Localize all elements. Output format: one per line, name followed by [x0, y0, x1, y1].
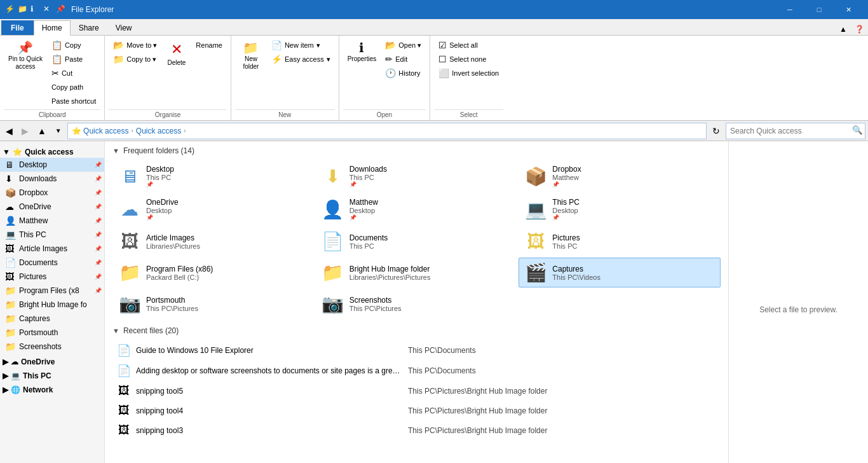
sidebar-item-desktop[interactable]: 🖥 Desktop 📌	[0, 158, 104, 172]
file-item-5[interactable]: 🖼 snipping tool3 This PC\Pictures\Bright…	[112, 420, 721, 440]
thispc-section-header[interactable]: ▶ 💻 This PC	[0, 368, 104, 382]
delete-button[interactable]: ✕ Delete	[161, 38, 191, 69]
folder-item-brighthub[interactable]: 📁 Bright Hub Image folder Libraries\Pict…	[316, 258, 518, 287]
history-button[interactable]: 🕐 History	[381, 66, 426, 80]
brighthub-icon: 📁	[5, 300, 17, 310]
edit-button[interactable]: ✏ Edit	[381, 52, 426, 66]
tab-share[interactable]: Share	[71, 20, 107, 35]
breadcrumb[interactable]: ⭐ Quick access › Quick access ›	[67, 123, 707, 139]
sidebar-item-matthew[interactable]: 👤 Matthew 📌	[0, 214, 104, 228]
documents-icon: 📄	[5, 258, 17, 268]
onedrive-section-header[interactable]: ▶ ☁ OneDrive	[0, 354, 104, 368]
thispc-chevron: ▶	[3, 371, 8, 380]
file-item-2[interactable]: 📄 Adding desktop or software screenshots…	[112, 361, 721, 381]
sidebar-item-downloads[interactable]: ⬇ Downloads 📌	[0, 172, 104, 186]
network-section-header[interactable]: ▶ 🌐 Network	[0, 382, 104, 396]
ribbon-collapse-button[interactable]: ▲	[836, 24, 851, 35]
portsmouth-folder-path: This PC\Pictures	[146, 305, 198, 312]
folder-item-matthew[interactable]: 👤 Matthew Desktop 📌	[316, 193, 518, 225]
sidebar-item-dropbox[interactable]: 📦 Dropbox 📌	[0, 186, 104, 200]
new-item-button[interactable]: 📄 New item ▾	[267, 38, 335, 52]
folder-item-screenshots[interactable]: 📷 Screenshots This PC\Pictures	[316, 289, 518, 319]
folder-item-thispc[interactable]: 💻 This PC Desktop 📌	[519, 193, 721, 225]
folder-item-articleimages[interactable]: 🖼 Article Images Libraries\Pictures	[112, 226, 315, 256]
open-button[interactable]: 📂 Open ▾	[381, 38, 426, 52]
copy-to-button[interactable]: 📁 Copy to ▾	[109, 52, 161, 66]
file-name-3: snipping tool5	[136, 387, 403, 396]
recent-files-title: Recent files (20)	[123, 326, 179, 335]
folder-item-downloads[interactable]: ⬇ Downloads This PC 📌	[316, 160, 518, 192]
new-item-icon: 📄	[271, 40, 282, 50]
sidebar-item-brighthub[interactable]: 📁 Bright Hub Image fo	[0, 298, 104, 312]
quick-access-header[interactable]: ▼ ⭐ Quick access	[0, 144, 104, 158]
paste-shortcut-button[interactable]: Paste shortcut	[47, 94, 100, 108]
folder-item-programfiles[interactable]: 📁 Program Files (x86) Packard Bell (C:)	[112, 258, 315, 287]
properties-button[interactable]: ℹ Properties	[343, 38, 381, 66]
refresh-button[interactable]: ↻	[709, 124, 723, 138]
sidebar-item-onedrive[interactable]: ☁ OneDrive 📌	[0, 200, 104, 214]
invert-icon: ⬜	[438, 68, 449, 78]
sidebar-item-programfiles[interactable]: 📁 Program Files (x8 📌	[0, 284, 104, 298]
file-item-3[interactable]: 🖼 snipping tool5 This PC\Pictures\Bright…	[112, 381, 721, 401]
back-button[interactable]: ◀	[3, 124, 16, 138]
copy-path-button[interactable]: Copy path	[47, 80, 100, 94]
file-item-4[interactable]: 🖼 snipping tool4 This PC\Pictures\Bright…	[112, 401, 721, 420]
copy-button[interactable]: 📋 Copy	[47, 38, 100, 52]
tab-file[interactable]: File	[1, 20, 34, 35]
folder-item-captures[interactable]: 🎬 Captures This PC\Videos	[519, 258, 721, 287]
recent-button[interactable]: ▼	[52, 125, 65, 136]
folder-item-documents[interactable]: 📄 Documents This PC	[316, 226, 518, 256]
close-button[interactable]: ✕	[834, 0, 863, 19]
breadcrumb-current[interactable]: Quick access	[136, 127, 181, 135]
sidebar-screenshots-label: Screenshots	[19, 342, 102, 351]
select-none-button[interactable]: ☐ Select none	[434, 52, 503, 66]
organise-label: Organise	[109, 109, 227, 120]
desktop-folder-name: Desktop	[146, 165, 174, 174]
folder-item-desktop[interactable]: 🖥 Desktop This PC 📌	[112, 160, 315, 192]
folder-item-portsmouth[interactable]: 📷 Portsmouth This PC\Pictures	[112, 289, 315, 319]
new-folder-button[interactable]: 📁 Newfolder	[235, 38, 267, 74]
tab-view[interactable]: View	[107, 20, 140, 35]
file-item-1[interactable]: 📄 Guide to Windows 10 File Explorer This…	[112, 340, 721, 361]
folder-item-onedrive[interactable]: ☁ OneDrive Desktop 📌	[112, 193, 315, 225]
help-button[interactable]: ❓	[851, 24, 868, 35]
minimize-button[interactable]: ─	[775, 0, 804, 19]
folder-item-pictures[interactable]: 🖼 Pictures This PC	[519, 226, 721, 256]
sidebar-item-pictures[interactable]: 🖼 Pictures 📌	[0, 270, 104, 284]
maximize-button[interactable]: □	[804, 0, 834, 19]
breadcrumb-separator: ›	[131, 127, 133, 134]
sidebar-item-documents[interactable]: 📄 Documents 📌	[0, 256, 104, 270]
properties-icon: ℹ	[31, 4, 41, 15]
sidebar-item-thispc[interactable]: 💻 This PC 📌	[0, 228, 104, 242]
search-button[interactable]: 🔍	[852, 125, 863, 135]
breadcrumb-quick-access[interactable]: ⭐ Quick access	[72, 127, 129, 135]
cut-button[interactable]: ✂ Cut	[47, 66, 100, 80]
programfiles-folder-path: Packard Bell (C:)	[146, 273, 213, 281]
tab-home[interactable]: Home	[34, 20, 71, 36]
sidebar-item-captures[interactable]: 📁 Captures	[0, 312, 104, 326]
sidebar-item-screenshots[interactable]: 📁 Screenshots	[0, 340, 104, 354]
recent-files-collapse[interactable]: ▼	[112, 327, 119, 335]
new-folder-icon: 📁	[18, 4, 28, 15]
forward-button[interactable]: ▶	[18, 124, 32, 138]
move-to-button[interactable]: 📂 Move to ▾	[109, 38, 161, 52]
invert-selection-button[interactable]: ⬜ Invert selection	[434, 66, 503, 80]
paste-button[interactable]: 📋 Paste	[47, 52, 100, 66]
file-location-4: This PC\Pictures\Bright Hub Image folder	[408, 406, 547, 415]
ribbon-group-new: 📁 Newfolder 📄 New item ▾ ⚡ Easy access ▾…	[231, 36, 339, 120]
sidebar-item-portsmouth[interactable]: 📁 Portsmouth	[0, 326, 104, 340]
folder-item-dropbox[interactable]: 📦 Dropbox Matthew 📌	[519, 160, 721, 192]
search-input[interactable]	[726, 123, 865, 139]
sidebar-item-articleimages[interactable]: 🖼 Article Images 📌	[0, 242, 104, 256]
pin-to-quick-access-button[interactable]: 📌 Pin to Quickaccess	[4, 38, 47, 74]
select-all-button[interactable]: ☑ Select all	[434, 38, 503, 52]
pin-icon: 📌	[56, 4, 66, 15]
easy-access-button[interactable]: ⚡ Easy access ▾	[267, 52, 335, 66]
ribbon-open-content: ℹ Properties 📂 Open ▾ ✏ Edit 🕐 History	[343, 38, 426, 108]
ribbon-group-select: ☑ Select all ☐ Select none ⬜ Invert sele…	[430, 36, 507, 120]
up-button[interactable]: ▲	[34, 124, 50, 138]
file-list: 📄 Guide to Windows 10 File Explorer This…	[112, 340, 721, 440]
frequent-folders-collapse[interactable]: ▼	[112, 147, 119, 155]
onedrive-folder-icon: ☁	[118, 199, 141, 220]
rename-button[interactable]: Rename	[191, 38, 227, 52]
